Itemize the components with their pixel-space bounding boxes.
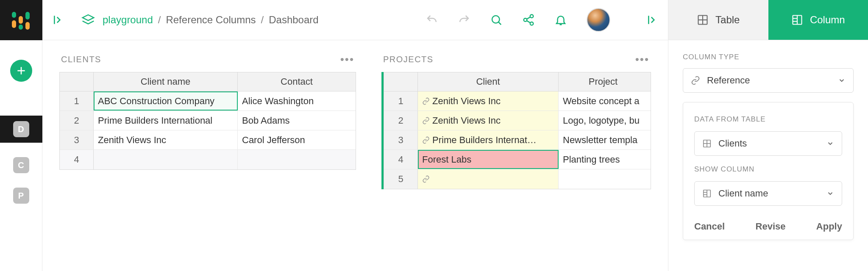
add-button[interactable]: [10, 60, 32, 82]
widget-clients: Clients ••• Client name Contact 1 ABC Co…: [59, 53, 356, 258]
collapse-right-icon[interactable]: [647, 14, 658, 25]
col-header[interactable]: Client: [418, 72, 559, 91]
svg-point-7: [524, 18, 527, 22]
cell[interactable]: Website concept a: [559, 91, 648, 111]
expand-left-icon[interactable]: [53, 14, 64, 25]
svg-point-4: [492, 16, 500, 23]
apply-button[interactable]: Apply: [816, 221, 842, 232]
link-icon: [422, 136, 430, 144]
tab-column[interactable]: Column: [768, 0, 868, 40]
rail-item-d[interactable]: D: [0, 116, 42, 143]
cell[interactable]: Logo, logotype, bu: [559, 111, 648, 130]
bell-icon[interactable]: [554, 14, 567, 26]
search-icon[interactable]: [490, 14, 503, 26]
table-row[interactable]: 1 Zenith Views Inc Website concept a: [384, 91, 651, 111]
table-row[interactable]: 2 Prime Builders International Bob Adams: [60, 111, 356, 130]
svg-line-10: [527, 21, 531, 23]
cell[interactable]: Zenith Views Inc: [418, 91, 559, 111]
widget-title: Clients: [61, 55, 101, 64]
breadcrumb: playground / Reference Columns / Dashboa…: [103, 14, 319, 26]
share-icon[interactable]: [522, 14, 535, 26]
right-panel: Table Column Column Type Reference Data …: [668, 0, 868, 271]
table-row[interactable]: 2 Zenith Views Inc Logo, logotype, bu: [384, 111, 651, 130]
label-column-type: Column Type: [683, 53, 854, 61]
select-show-column[interactable]: Client name: [694, 181, 842, 206]
table-row[interactable]: 3 Zenith Views Inc Carol Jefferson: [60, 130, 356, 150]
label-data-from: Data From Table: [694, 115, 842, 124]
col-header[interactable]: Project: [559, 72, 648, 91]
revise-button[interactable]: Revise: [756, 221, 786, 232]
breadcrumb-mid[interactable]: Reference Columns: [166, 14, 256, 26]
cell[interactable]: Newsletter templa: [559, 130, 648, 149]
cell[interactable]: Prime Builders International: [94, 111, 238, 130]
cell[interactable]: Planting trees: [559, 150, 648, 169]
link-icon: [422, 97, 430, 105]
widget-projects: Projects ••• Client Project 1 Zenith Vie…: [381, 53, 651, 258]
svg-line-9: [527, 17, 531, 19]
svg-point-8: [530, 22, 534, 25]
chevron-down-icon: [826, 190, 834, 197]
topbar: playground / Reference Columns / Dashboa…: [42, 0, 668, 40]
select-data-from[interactable]: Clients: [694, 131, 842, 156]
link-icon: [422, 175, 430, 183]
svg-marker-3: [83, 15, 94, 20]
grid-clients[interactable]: Client name Contact 1 ABC Construction C…: [59, 72, 356, 170]
svg-line-5: [498, 22, 501, 25]
app-logo[interactable]: [0, 0, 42, 40]
breadcrumb-sep: /: [158, 14, 161, 26]
undo-icon[interactable]: [426, 14, 438, 26]
cell[interactable]: [94, 150, 238, 169]
tab-label: Table: [715, 14, 740, 26]
widget-menu-icon[interactable]: •••: [635, 53, 649, 66]
table-row[interactable]: 1 ABC Construction Company Alice Washing…: [60, 91, 356, 111]
select-column-type[interactable]: Reference: [683, 68, 854, 93]
widget-title: Projects: [383, 55, 434, 64]
cell[interactable]: Carol Jefferson: [238, 130, 356, 149]
cell[interactable]: [238, 150, 356, 169]
left-rail: D C P: [0, 0, 42, 271]
svg-point-6: [530, 15, 534, 18]
breadcrumb-root[interactable]: playground: [103, 14, 153, 26]
redo-icon[interactable]: [458, 14, 470, 26]
link-icon: [422, 117, 430, 124]
widget-menu-icon[interactable]: •••: [340, 53, 354, 66]
cell[interactable]: Prime Builders Internat…: [418, 130, 559, 149]
chevron-down-icon: [838, 77, 846, 84]
column-icon: [702, 189, 712, 198]
tab-table[interactable]: Table: [668, 0, 768, 40]
rail-item-p[interactable]: P: [13, 188, 29, 204]
rail-item-c[interactable]: C: [13, 157, 29, 173]
table-row[interactable]: 3 Prime Builders Internat… Newsletter te…: [384, 130, 651, 150]
avatar[interactable]: [587, 8, 610, 32]
breadcrumb-sep: /: [261, 14, 264, 26]
cell[interactable]: Zenith Views Inc: [418, 111, 559, 130]
label-show-column: Show Column: [694, 165, 842, 174]
table-row[interactable]: 4 Forest Labs Planting trees: [384, 150, 651, 169]
cell[interactable]: Alice Washington: [238, 91, 356, 111]
cell-invalid[interactable]: Forest Labs: [418, 150, 559, 169]
grid-projects[interactable]: Client Project 1 Zenith Views Inc Websit…: [384, 72, 651, 189]
table-row[interactable]: 5: [384, 169, 651, 189]
cell[interactable]: ABC Construction Company: [94, 91, 238, 111]
cell[interactable]: [418, 169, 559, 189]
breadcrumb-leaf[interactable]: Dashboard: [269, 14, 318, 26]
reference-settings-card: Data From Table Clients Show Column Clie…: [683, 102, 854, 240]
col-header[interactable]: Client name: [94, 72, 238, 91]
main: playground / Reference Columns / Dashboa…: [42, 0, 668, 271]
tab-label: Column: [810, 14, 845, 26]
table-row[interactable]: 4: [60, 150, 356, 169]
col-header[interactable]: Contact: [238, 72, 356, 91]
cell[interactable]: [559, 169, 648, 189]
table-icon: [702, 139, 712, 148]
link-icon: [691, 76, 700, 85]
cell[interactable]: Zenith Views Inc: [94, 130, 238, 149]
layers-icon[interactable]: [81, 13, 95, 27]
chevron-down-icon: [826, 140, 834, 147]
cell[interactable]: Bob Adams: [238, 111, 356, 130]
cancel-button[interactable]: Cancel: [694, 221, 725, 232]
